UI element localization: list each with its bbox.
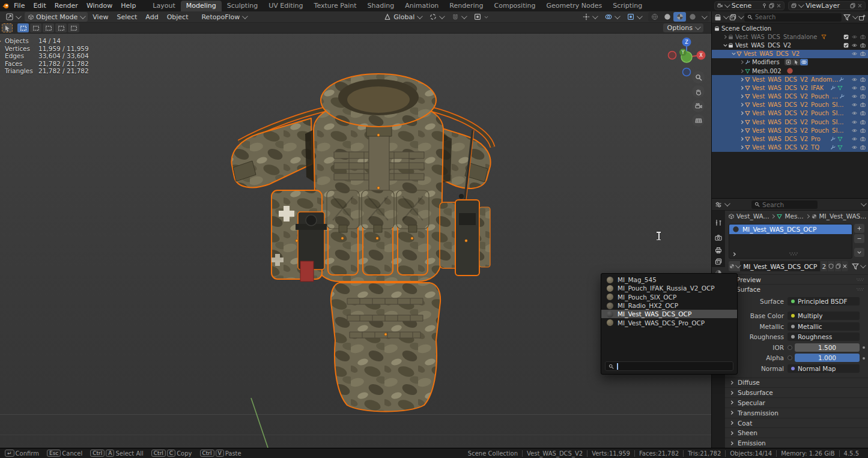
tab-compositing[interactable]: Compositing xyxy=(489,1,541,11)
transform-orientation[interactable]: Global xyxy=(380,12,425,22)
proportional-edit-toggle[interactable] xyxy=(470,12,493,22)
new-scene-icon[interactable] xyxy=(769,3,774,8)
modifier-badge[interactable] xyxy=(785,59,792,65)
dropdown-item-highlighted[interactable]: MI_Vest_WAS_DCS_OCP xyxy=(601,310,737,318)
camera-icon[interactable] xyxy=(860,51,866,56)
expand-icon[interactable] xyxy=(739,136,745,142)
properties-editor-icon[interactable] xyxy=(715,201,722,208)
select-mode-set[interactable] xyxy=(17,23,29,32)
expand-icon[interactable] xyxy=(739,77,745,82)
modifier-badge[interactable] xyxy=(792,59,800,65)
eye-icon[interactable] xyxy=(852,128,857,133)
camera-view-button[interactable] xyxy=(692,100,705,112)
gizmo-toggle[interactable] xyxy=(579,12,600,22)
expand-icon[interactable] xyxy=(739,68,745,74)
camera-icon[interactable] xyxy=(860,145,866,150)
socket-button[interactable] xyxy=(788,355,792,360)
expand-icon[interactable] xyxy=(739,110,745,116)
normal-field[interactable]: Normal Map xyxy=(788,364,860,373)
tab-scripting[interactable]: Scripting xyxy=(607,1,648,11)
eye-icon[interactable] xyxy=(852,102,857,107)
base-color-field[interactable]: Multiply xyxy=(788,312,860,320)
expand-icon[interactable] xyxy=(739,102,745,107)
expand-icon[interactable] xyxy=(739,119,745,125)
active-tool-tweak[interactable] xyxy=(2,23,13,32)
panel-surface[interactable]: Surface xyxy=(725,284,868,294)
select-mode-extend[interactable] xyxy=(30,23,41,32)
duplicate-material-button[interactable] xyxy=(834,261,842,271)
users-count-button[interactable]: 2 xyxy=(820,261,827,271)
camera-icon[interactable] xyxy=(860,34,866,40)
scene-selector[interactable]: Scene xyxy=(714,1,785,10)
outliner-search-input[interactable]: Search xyxy=(744,13,842,22)
eye-icon[interactable] xyxy=(852,34,857,40)
shading-solid-button[interactable] xyxy=(661,12,673,22)
animate-dot-icon[interactable] xyxy=(863,357,865,360)
dropdown-item[interactable]: MI_Mag_545 xyxy=(601,276,737,284)
panel-transmission[interactable]: Transmission xyxy=(725,408,868,418)
viewport-3d[interactable]: Object Mode View Select Add Object Retop… xyxy=(0,11,711,448)
pin-icon[interactable] xyxy=(762,3,767,8)
close-icon[interactable] xyxy=(857,3,863,8)
eye-icon[interactable] xyxy=(852,110,857,116)
zoom-button[interactable] xyxy=(692,71,705,83)
eye-icon[interactable] xyxy=(852,85,857,91)
snap-target-button[interactable] xyxy=(426,12,447,22)
panel-preview[interactable]: Preview xyxy=(725,274,868,284)
tab-sculpting[interactable]: Sculpting xyxy=(222,1,263,11)
outliner-row-pouch-six-03[interactable]: Vest_WAS_DCS_V2_Pouch_SIX_03 xyxy=(712,118,868,126)
display-mode-icon[interactable] xyxy=(714,14,721,21)
expand-icon[interactable] xyxy=(739,85,745,91)
outliner-row-mesh002[interactable]: Mesh.002 xyxy=(712,67,868,75)
eye-icon[interactable] xyxy=(852,136,857,142)
tab-output[interactable] xyxy=(712,244,725,256)
xray-toggle[interactable] xyxy=(624,12,645,22)
tab-texture-paint[interactable]: Texture Paint xyxy=(309,1,362,11)
breadcrumb-mesh[interactable]: Mes... xyxy=(785,212,803,220)
dropdown-item[interactable]: MI_Pouch_SIX_OCP xyxy=(601,293,737,301)
animate-dot-icon[interactable] xyxy=(863,346,865,349)
material-slot-selected[interactable]: MI_Vest_WAS_DCS_OCP xyxy=(729,224,852,234)
camera-icon[interactable] xyxy=(860,110,866,116)
filter-type-icon[interactable] xyxy=(729,14,736,21)
dropdown-item[interactable]: MI_Vest_WAS_DCS_Pro_OCP xyxy=(601,318,737,327)
vest-model[interactable] xyxy=(216,63,505,432)
menu-view[interactable]: View xyxy=(89,13,112,21)
socket-button[interactable] xyxy=(788,345,792,350)
alpha-slider[interactable]: 1.000 xyxy=(795,354,860,362)
overlays-toggle[interactable] xyxy=(601,12,622,22)
camera-icon[interactable] xyxy=(860,128,866,133)
ior-slider[interactable]: 1.500 xyxy=(795,343,860,352)
menu-render[interactable]: Render xyxy=(50,0,82,11)
mode-selector[interactable]: Object Mode xyxy=(25,12,88,22)
dropdown-item[interactable]: MI_Radio_HX2_OCP xyxy=(601,301,737,310)
metallic-field[interactable]: Metallic xyxy=(788,322,860,331)
panel-diffuse[interactable]: Diffuse xyxy=(725,378,868,388)
camera-icon[interactable] xyxy=(860,94,866,99)
panel-coat[interactable]: Coat xyxy=(725,418,868,428)
material-name-field[interactable]: MI_Vest_WAS_DCS_OCP xyxy=(740,261,820,271)
tab-view-layer[interactable] xyxy=(712,256,725,268)
fake-user-button[interactable] xyxy=(827,261,834,271)
outliner-row-object-v2[interactable]: Vest_WAS_DCS_V2 xyxy=(712,50,868,58)
expand-icon[interactable] xyxy=(739,128,745,133)
tab-render[interactable] xyxy=(712,232,725,244)
dropdown-item[interactable]: MI_Pouch_IFAK_Russia_V2_OCP xyxy=(601,284,737,292)
panel-subsurface[interactable]: Subsurface xyxy=(725,387,868,397)
options-button[interactable]: Options xyxy=(663,23,703,32)
breadcrumb-material[interactable]: MI_Vest_WAS... xyxy=(819,212,867,220)
dropdown-search-input[interactable] xyxy=(605,361,733,371)
panel-sheen[interactable]: Sheen xyxy=(725,427,868,438)
close-icon[interactable] xyxy=(776,3,782,8)
outliner-row-pouch-six-02[interactable]: Vest_WAS_DCS_V2_Pouch_SIX_02 xyxy=(712,109,868,118)
collapse-icon[interactable] xyxy=(731,51,736,56)
camera-icon[interactable] xyxy=(860,119,866,125)
ortho-toggle-button[interactable] xyxy=(692,114,705,127)
outliner-row-pro[interactable]: Vest_WAS_DCS_V2_Pro xyxy=(712,134,868,143)
eye-icon[interactable] xyxy=(852,77,857,82)
pan-button[interactable] xyxy=(692,85,705,98)
roughness-field[interactable]: Roughness xyxy=(788,333,860,341)
eye-icon[interactable] xyxy=(852,43,857,48)
shading-rendered-button[interactable] xyxy=(686,12,699,22)
tab-uv-editing[interactable]: UV Editing xyxy=(263,1,308,11)
